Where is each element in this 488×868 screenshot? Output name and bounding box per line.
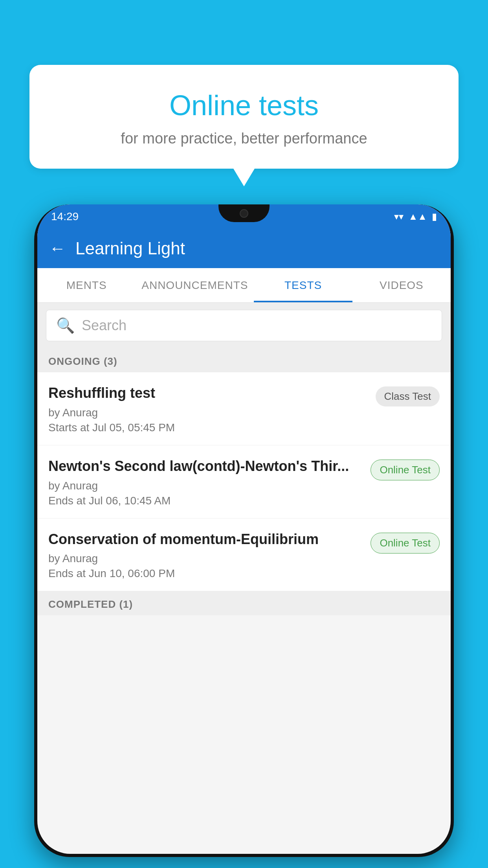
test-info: Conservation of momentum-Equilibrium by … — [48, 530, 365, 580]
app-title: Learning Light — [75, 239, 185, 258]
tab-videos[interactable]: VIDEOS — [352, 268, 451, 302]
test-name: Reshuffling test — [48, 384, 370, 403]
signal-icon: ▲▲ — [408, 211, 427, 222]
tests-list: Reshuffling test by Anurag Starts at Jul… — [37, 372, 451, 591]
speech-bubble: Online tests for more practice, better p… — [29, 65, 459, 169]
phone-frame: 14:29 ▾▾ ▲▲ ▮ ← Learning Light MENTS ANN… — [34, 204, 454, 857]
test-item[interactable]: Reshuffling test by Anurag Starts at Jul… — [37, 372, 451, 445]
phone-wrapper: 14:29 ▾▾ ▲▲ ▮ ← Learning Light MENTS ANN… — [34, 204, 454, 868]
search-container: 🔍 Search — [37, 303, 451, 348]
test-time: Ends at Jul 06, 10:45 AM — [48, 495, 365, 507]
test-time: Ends at Jun 10, 06:00 PM — [48, 567, 365, 580]
test-time: Starts at Jul 05, 05:45 PM — [48, 421, 370, 434]
test-item[interactable]: Conservation of momentum-Equilibrium by … — [37, 519, 451, 592]
tab-ments[interactable]: MENTS — [37, 268, 136, 302]
test-info: Reshuffling test by Anurag Starts at Jul… — [48, 384, 370, 434]
bubble-title: Online tests — [49, 88, 439, 122]
search-input[interactable]: Search — [82, 317, 127, 334]
test-author: by Anurag — [48, 480, 365, 492]
test-author: by Anurag — [48, 406, 370, 419]
front-camera — [240, 209, 248, 218]
test-info: Newton's Second law(contd)-Newton's Thir… — [48, 457, 365, 507]
status-time: 14:29 — [51, 210, 79, 223]
notch — [218, 204, 270, 222]
class-test-badge: Class Test — [376, 386, 440, 406]
status-icons: ▾▾ ▲▲ ▮ — [394, 211, 437, 222]
test-name: Conservation of momentum-Equilibrium — [48, 530, 365, 549]
tab-tests[interactable]: TESTS — [254, 268, 352, 302]
bubble-subtitle: for more practice, better performance — [49, 130, 439, 147]
search-icon: 🔍 — [56, 317, 75, 334]
wifi-icon: ▾▾ — [394, 211, 404, 222]
test-item[interactable]: Newton's Second law(contd)-Newton's Thir… — [37, 445, 451, 519]
back-button[interactable]: ← — [49, 239, 66, 258]
test-author: by Anurag — [48, 552, 365, 565]
online-test-badge-2: Online Test — [371, 533, 440, 554]
app-bar: ← Learning Light — [37, 229, 451, 268]
tabs-bar: MENTS ANNOUNCEMENTS TESTS VIDEOS — [37, 268, 451, 303]
ongoing-section-header: ONGOING (3) — [37, 348, 451, 372]
battery-icon: ▮ — [432, 211, 437, 222]
phone-screen: 14:29 ▾▾ ▲▲ ▮ ← Learning Light MENTS ANN… — [37, 204, 451, 854]
search-box[interactable]: 🔍 Search — [46, 310, 442, 341]
tab-announcements[interactable]: ANNOUNCEMENTS — [136, 268, 254, 302]
online-test-badge: Online Test — [371, 460, 440, 480]
test-name: Newton's Second law(contd)-Newton's Thir… — [48, 457, 365, 476]
completed-section-header: COMPLETED (1) — [37, 591, 451, 615]
